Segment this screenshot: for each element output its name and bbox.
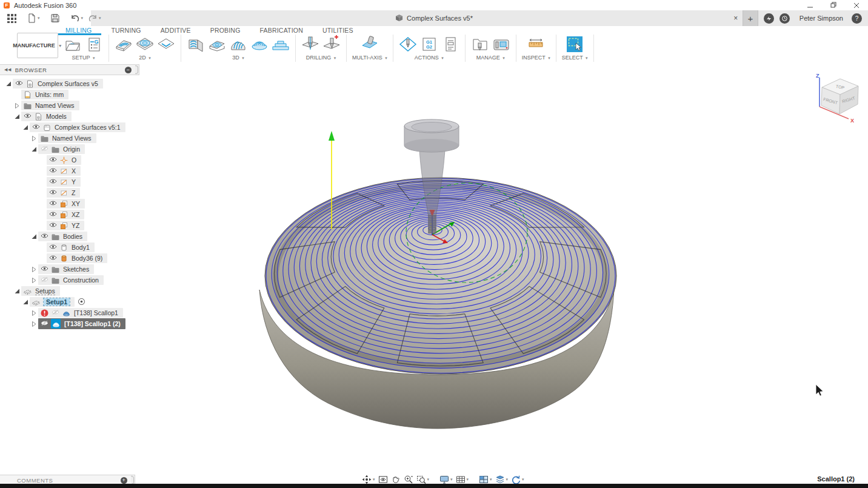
extensions-icon[interactable] (764, 13, 774, 24)
browser-row-body1[interactable]: Body1 (0, 242, 139, 253)
refresh-icon[interactable]: ▾ (510, 475, 525, 484)
expand-open-icon[interactable] (13, 113, 21, 120)
ribbon-tab-probing[interactable]: PROBING (201, 26, 250, 35)
expand-open-icon[interactable] (22, 299, 30, 306)
panel-resize-handle[interactable] (135, 65, 138, 74)
viewcube[interactable]: TOP FRONT RIGHT Z X (816, 73, 858, 124)
save-icon[interactable] (48, 13, 62, 23)
browser-header[interactable]: ◀◀ BROWSER − (0, 64, 139, 75)
browser-row-complex-surfaces-v5[interactable]: Complex Surfaces v5 (0, 78, 139, 89)
expand-closed-icon[interactable] (30, 310, 38, 316)
comments-resize-handle[interactable] (131, 476, 134, 484)
expand-closed-icon[interactable] (30, 321, 38, 327)
face-icon[interactable] (157, 35, 175, 53)
tool-library-icon[interactable] (471, 35, 489, 53)
zoom-icon[interactable] (403, 475, 414, 484)
visibility-eye-off-icon[interactable] (40, 319, 48, 328)
browser-row-units-mm[interactable]: Units: mm (0, 89, 139, 100)
group-label-manage[interactable]: MANAGE ▾ (476, 55, 505, 61)
simulate-icon[interactable] (399, 35, 417, 53)
close-icon[interactable] (845, 0, 868, 10)
setup-sheet-icon[interactable] (441, 35, 459, 53)
expand-open-icon[interactable] (5, 81, 13, 87)
display-settings-icon[interactable]: ▾ (439, 475, 453, 484)
browser-row-xy[interactable]: XY (0, 198, 139, 209)
visibility-eye-icon[interactable] (48, 254, 57, 262)
browser-row-t138-scallop1-2[interactable]: [T138] Scallop1 (2) (0, 318, 139, 329)
adaptive3d-icon[interactable] (187, 35, 205, 53)
visibility-eye-icon[interactable] (48, 210, 57, 219)
file-icon[interactable]: ▾ (25, 13, 42, 23)
visibility-eye-icon[interactable] (48, 221, 57, 230)
group-label-select[interactable]: SELECT ▾ (562, 55, 588, 61)
spiral-icon[interactable] (272, 35, 290, 53)
visibility-eye-off-icon[interactable] (40, 145, 48, 153)
ribbon-tab-utilities[interactable]: UTILITIES (313, 26, 363, 35)
ribbon-tab-fabrication[interactable]: FABRICATION (250, 26, 313, 35)
viewports-icon[interactable]: ▾ (478, 475, 493, 484)
active-setup-radio-icon[interactable] (78, 298, 85, 307)
machine-icon[interactable] (492, 35, 510, 53)
undo-icon[interactable]: ▾ (68, 13, 85, 23)
collapse-panel-icon[interactable]: ◀◀ (4, 67, 12, 72)
expand-closed-icon[interactable] (30, 266, 38, 273)
drill-icon[interactable] (301, 35, 319, 53)
visibility-eye-icon[interactable] (48, 156, 57, 164)
browser-row-setups[interactable]: Setups (0, 286, 139, 296)
horizontal-icon[interactable] (250, 35, 269, 53)
expand-open-icon[interactable] (30, 233, 38, 240)
fit-icon[interactable]: ▾ (416, 475, 430, 484)
document-tab[interactable]: Complex Surfaces v5* (395, 10, 473, 26)
ribbon-tab-milling[interactable]: MILLING (56, 26, 101, 35)
help-icon[interactable]: ? (852, 13, 862, 24)
browser-row-named-views[interactable]: Named Views (0, 100, 139, 111)
group-label-2d[interactable]: 2D ▾ (139, 55, 151, 61)
expand-open-icon[interactable] (30, 146, 38, 153)
grid-settings-icon[interactable]: ▾ (455, 475, 470, 484)
new-tab-button[interactable]: + (743, 10, 758, 26)
post-process-icon[interactable]: G1G2 (420, 35, 438, 53)
browser-row-y[interactable]: Y (0, 176, 139, 187)
browser-row-named-views[interactable]: Named Views (0, 133, 139, 144)
close-tab-icon[interactable]: × (729, 14, 743, 22)
visibility-eye-off-icon[interactable] (51, 309, 59, 317)
browser-row-yz[interactable]: YZ (0, 220, 139, 231)
group-label-setup[interactable]: SETUP ▾ (72, 55, 95, 61)
visibility-eye-icon[interactable] (23, 112, 32, 121)
browser-row-xz[interactable]: XZ (0, 209, 139, 220)
expand-open-icon[interactable] (22, 124, 30, 131)
expand-open-icon[interactable] (13, 288, 21, 295)
visibility-eye-icon[interactable] (32, 123, 40, 132)
panel-options-icon[interactable]: − (125, 67, 132, 73)
group-label-actions[interactable]: ACTIONS ▾ (415, 55, 444, 61)
measure-icon[interactable] (527, 35, 545, 53)
minimize-icon[interactable] (799, 0, 822, 10)
visibility-eye-icon[interactable] (48, 243, 57, 252)
group-label-inspect[interactable]: INSPECT ▾ (522, 55, 550, 61)
orbit-icon[interactable]: ▾ (361, 475, 376, 484)
visibility-eye-icon[interactable] (48, 167, 57, 175)
group-label-drilling[interactable]: DRILLING ▾ (306, 55, 336, 61)
thread-icon[interactable] (322, 35, 341, 53)
nc-program-icon[interactable]: G (85, 35, 103, 53)
browser-row-setup1[interactable]: Setup1 (0, 296, 139, 307)
pocket2d-icon[interactable] (136, 35, 154, 53)
browser-row-body36-9[interactable]: Body36 (9) (0, 253, 139, 264)
visibility-eye-icon[interactable] (48, 178, 57, 186)
browser-row-bodies[interactable]: Bodies (0, 231, 139, 242)
browser-row-z[interactable]: Z (0, 187, 139, 198)
browser-row-t138-scallop1[interactable]: [T138] Scallop1 (0, 307, 139, 318)
window-select-icon[interactable] (566, 35, 584, 53)
visibility-eye-icon[interactable] (48, 189, 57, 197)
adaptive2d-icon[interactable] (115, 35, 133, 53)
new-setup-icon[interactable] (64, 35, 82, 53)
redo-icon[interactable]: ▾ (86, 13, 103, 23)
parallel-icon[interactable] (229, 35, 247, 53)
expand-closed-icon[interactable] (13, 102, 21, 109)
swarf-icon[interactable] (361, 35, 379, 53)
expand-closed-icon[interactable] (30, 277, 38, 284)
group-label-3d[interactable]: 3D ▾ (232, 55, 244, 61)
account-user[interactable]: Peter Simpson (800, 15, 843, 22)
browser-row-x[interactable]: X (0, 165, 139, 176)
restore-icon[interactable] (822, 0, 845, 10)
